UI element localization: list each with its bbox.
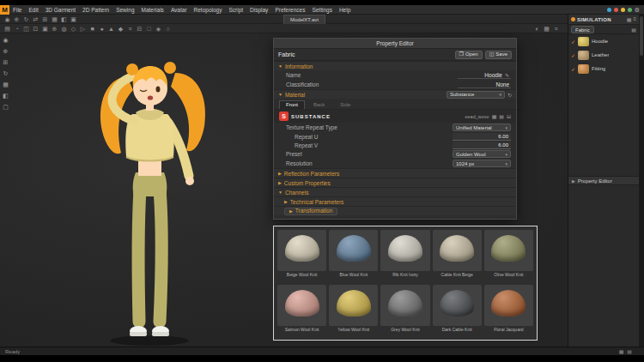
substance-file-name[interactable]: eead_wove (465, 114, 489, 119)
toolbar-icon[interactable]: ⊕ (12, 15, 21, 24)
menu-display[interactable]: Display (246, 5, 271, 15)
menu-preferences[interactable]: Preferences (271, 5, 308, 15)
menu-icon[interactable]: ≡ (633, 16, 636, 22)
toolbar-icon[interactable]: ■ (88, 24, 97, 33)
check-icon[interactable]: ✓ (571, 66, 575, 72)
toolbar-icon[interactable]: ⇄ (31, 15, 40, 24)
grid-icon[interactable]: ▦ (627, 16, 632, 22)
save-button[interactable]: ◫ Save (485, 51, 512, 59)
list-icon[interactable]: ▤ (631, 27, 636, 33)
check-icon[interactable]: ✓ (571, 52, 575, 58)
fabric-swatch[interactable]: Grey Wool Knit (380, 285, 429, 337)
menu-retopology[interactable]: Retopology (191, 5, 226, 15)
right-scrollbar-track[interactable] (639, 15, 644, 347)
toolbar-icon[interactable]: ⊟ (135, 24, 144, 33)
toolbar-icon[interactable]: ▣ (69, 15, 78, 24)
classification-value[interactable]: None (458, 81, 511, 88)
property-editor-title[interactable]: Property Editor (274, 39, 516, 49)
account-red-icon[interactable] (614, 8, 618, 12)
menu-sewing[interactable]: Sewing (112, 5, 137, 15)
texture-tool-icon[interactable]: ▦ (3, 81, 9, 88)
menu-materials[interactable]: Materials (138, 5, 167, 15)
repeat-u-input[interactable]: 6.00 (453, 133, 511, 141)
material-type-dropdown[interactable]: Substance ▾ (447, 91, 505, 99)
preset-dropdown[interactable]: Golden Wool ▾ (453, 150, 511, 158)
list-icon[interactable]: ▤ (499, 113, 504, 119)
select-tool-icon[interactable]: ◉ (3, 36, 8, 44)
section-information[interactable]: ▼ Information (274, 61, 516, 70)
section-channels[interactable]: ▼ Channels (274, 187, 516, 196)
toolbar-icon[interactable]: ◍ (59, 24, 69, 33)
toolbar-icon[interactable]: ≡ (125, 24, 135, 33)
toolbar-icon[interactable]: ◇ (69, 24, 78, 33)
section-custom-properties[interactable]: ▶ Custom Properties (274, 178, 516, 187)
object-item-fitting[interactable]: ✓ Fitting (568, 62, 639, 75)
toolbar-icon[interactable]: ⊡ (31, 24, 40, 33)
fabric-swatch[interactable]: Cable Knit Beige (433, 230, 482, 282)
frame-tool-icon[interactable]: ▢ (3, 103, 9, 111)
menu-edit[interactable]: Edit (25, 5, 41, 15)
fabric-swatch[interactable]: Floral Jacquard (484, 285, 533, 337)
section-transformation[interactable]: ▶ Transformation (274, 206, 516, 215)
toolbar-icon[interactable]: ▦ (50, 15, 59, 24)
add-tool-icon[interactable]: ⊕ (3, 47, 9, 55)
pin-tool-icon[interactable]: ◧ (3, 92, 9, 100)
repeat-v-input[interactable]: 6.00 (453, 142, 511, 149)
menu-2d-pattern[interactable]: 2D Pattern (79, 5, 112, 15)
account-blue-icon[interactable] (607, 8, 611, 12)
toolbar-icon[interactable]: ○ (163, 24, 173, 33)
toolbar-icon[interactable]: ▷ (78, 24, 88, 33)
gear-icon[interactable]: ⚙ (635, 5, 640, 15)
right-scrollbar-thumb[interactable] (640, 16, 643, 56)
section-technical-parameters[interactable]: ▶ Technical Parameters (274, 196, 516, 206)
layout-list-icon[interactable]: ▤ (627, 348, 632, 354)
toolbar-icon[interactable]: ▣ (40, 24, 50, 33)
refresh-icon[interactable]: ↻ (507, 92, 512, 98)
fabric-swatch[interactable]: Rib Knit Ivory (380, 230, 429, 282)
shading-mode-icon[interactable]: ◐ (532, 24, 542, 33)
tab-fabric[interactable]: Fabric (571, 26, 594, 33)
toolbar-icon[interactable]: □ (144, 24, 154, 33)
object-item-leather[interactable]: ✓ Leather (568, 48, 639, 62)
check-icon[interactable]: ✓ (571, 39, 575, 45)
fabric-swatch[interactable]: Dark Cable Knit (433, 285, 482, 337)
tab-front[interactable]: Front (279, 100, 305, 109)
toolbar-icon[interactable]: ◈ (154, 24, 163, 33)
panel-menu-icon[interactable]: ≡ (551, 24, 561, 33)
section-reflection-parameters[interactable]: ▶ Reflection Parameters (274, 168, 516, 178)
fabric-swatch[interactable]: Olive Wool Knit (484, 230, 533, 282)
menu-file[interactable]: File (9, 5, 25, 15)
remove-icon[interactable]: ⊟ (507, 113, 511, 119)
account-yellow-icon[interactable] (621, 8, 625, 12)
texture-repeat-dropdown[interactable]: Unified Material ▾ (453, 124, 511, 131)
menu-3d-garment[interactable]: 3D Garment (42, 5, 79, 15)
grid-tool-icon[interactable]: ⊞ (3, 58, 9, 66)
toolbar-icon[interactable]: ◉ (3, 15, 12, 24)
toolbar-icon[interactable]: ↻ (21, 15, 31, 24)
toolbar-icon[interactable]: ◆ (116, 24, 125, 33)
menu-script[interactable]: Script (225, 5, 246, 15)
tab-back[interactable]: Back (307, 100, 331, 109)
menu-avatar[interactable]: Avatar (167, 5, 191, 15)
account-green-icon[interactable] (628, 8, 632, 12)
toolbar-icon[interactable]: ⊞ (40, 15, 50, 24)
toolbar-icon[interactable]: ▤ (3, 24, 12, 33)
object-item-hoodie[interactable]: ✓ Hoodie (568, 34, 639, 48)
toolbar-icon[interactable]: ● (97, 24, 106, 33)
rotate-tool-icon[interactable]: ↻ (3, 69, 9, 77)
fabric-swatch[interactable]: Beige Wool Knit (277, 230, 326, 282)
section-material[interactable]: ▼ Material Substance ▾ ↻ (274, 89, 516, 99)
name-value[interactable]: Hoodie ✎ (458, 72, 511, 79)
tab-side[interactable]: Side (333, 100, 357, 109)
fabric-swatch[interactable]: Salmon Wool Knit (277, 285, 326, 337)
grid-view-icon[interactable]: ▦ (542, 24, 551, 33)
resolution-dropdown[interactable]: 1024 px ▾ (453, 160, 511, 167)
avatar-character[interactable] (53, 33, 251, 353)
menu-help[interactable]: Help (336, 5, 354, 15)
toolbar-icon[interactable]: ⊕ (50, 24, 59, 33)
transformation-chip[interactable]: ▶ Transformation (284, 208, 337, 215)
grid-icon[interactable]: ▦ (492, 113, 497, 119)
layout-grid-icon[interactable]: ▦ (619, 348, 624, 354)
toolbar-icon[interactable]: ◫ (21, 24, 31, 33)
fabric-swatch[interactable]: Blue Wool Knit (329, 230, 378, 282)
